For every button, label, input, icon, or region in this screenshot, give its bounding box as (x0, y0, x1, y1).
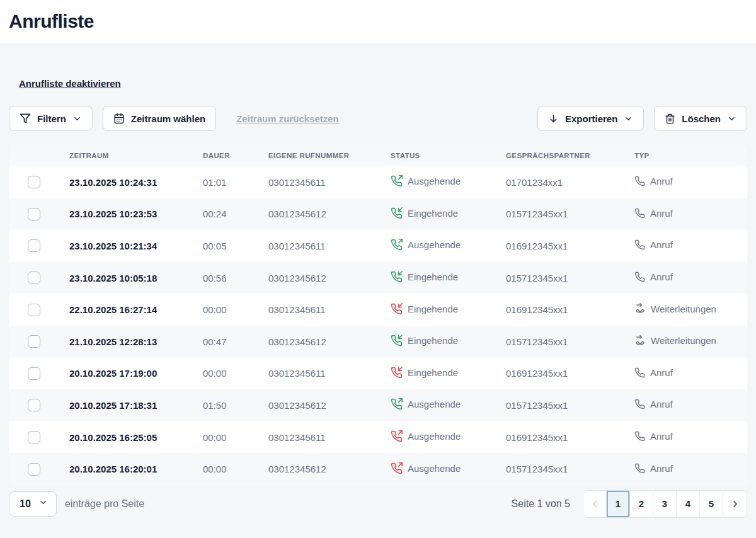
typ-label: Anruf (650, 272, 673, 282)
cell-eigene-rufnummer: 03012345611 (260, 421, 382, 454)
status-label: Eingehende (408, 335, 458, 346)
cell-zeitraum: 22.10.2025 16:27:14 (60, 294, 194, 326)
row-checkbox[interactable] (28, 399, 40, 411)
cell-status: Ausgehende (382, 453, 497, 485)
phone-outgoing-icon (391, 398, 403, 410)
row-checkbox[interactable] (28, 208, 40, 220)
cell-gespraechspartner: 016912345xx1 (497, 294, 626, 326)
typ-label: Anruf (650, 367, 673, 378)
typ-label: Anruf (650, 239, 673, 250)
phone-outgoing-icon (391, 175, 403, 187)
phone-incoming-icon (391, 367, 403, 379)
chevron-down-icon (38, 498, 48, 510)
next-page-button[interactable] (723, 491, 747, 517)
cell-eigene-rufnummer: 03012345612 (260, 262, 382, 294)
cell-gespraechspartner: 016912345xx1 (497, 358, 626, 390)
status-label: Ausgehende (408, 239, 461, 250)
trash-icon (665, 113, 675, 124)
table-row: 20.10.2025 17:19:0000:0003012345611Einge… (9, 358, 747, 390)
typ-label: Anruf (650, 399, 673, 409)
row-checkbox[interactable] (28, 304, 40, 316)
page-button-5[interactable]: 5 (700, 491, 723, 517)
chevron-right-icon (730, 499, 740, 509)
cell-dauer: 00:00 (194, 358, 260, 390)
page-size-select[interactable]: 10 (9, 491, 57, 517)
row-checkbox[interactable] (28, 335, 40, 348)
cell-zeitraum: 23.10.2025 10:21:34 (60, 230, 194, 262)
row-checkbox[interactable] (28, 176, 40, 188)
call-forward-icon (634, 335, 646, 346)
page-button-3[interactable]: 3 (653, 491, 677, 517)
delete-button[interactable]: Löschen (654, 106, 747, 131)
cell-typ: Weiterleitungen (626, 294, 747, 326)
phone-incoming-icon (391, 335, 403, 346)
row-checkbox[interactable] (28, 431, 40, 444)
table-header-row: ZEITRAUM DAUER EIGENE RUFNUMMER STATUS G… (9, 144, 747, 166)
cell-dauer: 00:00 (194, 453, 260, 485)
phone-incoming-icon (391, 303, 403, 315)
pagination: 12345 (583, 490, 747, 518)
row-checkbox[interactable] (28, 463, 40, 476)
cell-typ: Anruf (626, 262, 747, 294)
export-button-label: Exportieren (565, 113, 617, 124)
previous-page-button[interactable] (583, 491, 607, 517)
table-footer: 10 einträge pro Seite Seite 1 von 5 1234… (9, 490, 747, 518)
entries-per-page-label: einträge pro Seite (65, 498, 144, 510)
cell-eigene-rufnummer: 03012345612 (260, 389, 382, 421)
cell-typ: Anruf (626, 453, 747, 485)
cell-gespraechspartner: 015712345xx1 (497, 262, 626, 294)
column-header-typ: TYP (626, 144, 747, 166)
page-button-2[interactable]: 2 (630, 491, 653, 517)
status-label: Ausgehende (408, 463, 461, 474)
phone-icon (634, 463, 645, 474)
chevron-down-icon (624, 114, 633, 123)
page-button-1[interactable]: 1 (607, 491, 630, 517)
cell-zeitraum: 20.10.2025 17:18:31 (60, 389, 194, 421)
cell-dauer: 00:00 (194, 421, 260, 454)
phone-icon (634, 239, 645, 250)
status-label: Ausgehende (408, 431, 461, 442)
cell-dauer: 00:47 (194, 326, 260, 358)
page-button-4[interactable]: 4 (677, 491, 700, 517)
cell-typ: Anruf (626, 198, 747, 231)
funnel-icon (20, 113, 31, 124)
delete-button-label: Löschen (682, 113, 721, 124)
content-area: Anrufliste deaktivieren Filtern Zeitraum… (0, 43, 756, 538)
row-checkbox[interactable] (28, 367, 40, 380)
cell-status: Ausgehende (382, 389, 497, 421)
chevron-down-icon (72, 114, 82, 123)
cell-eigene-rufnummer: 03012345612 (260, 198, 382, 231)
deactivate-call-list-link[interactable]: Anrufliste deaktivieren (19, 78, 121, 89)
cell-dauer: 00:05 (194, 230, 260, 262)
cell-status: Ausgehende (382, 421, 497, 454)
phone-incoming-icon (391, 207, 403, 219)
page-size-value: 10 (20, 498, 31, 510)
arrow-down-icon (548, 113, 559, 124)
choose-period-button[interactable]: Zeitraum wählen (103, 106, 216, 131)
column-header-eigene-rufnummer: EIGENE RUFNUMMER (260, 144, 382, 166)
cell-gespraechspartner: 015712345xx1 (497, 389, 626, 421)
page-info: Seite 1 von 5 (512, 498, 570, 510)
phone-outgoing-icon (391, 462, 403, 474)
cell-eigene-rufnummer: 03012345611 (260, 358, 382, 390)
table-row: 22.10.2025 16:27:1400:0003012345611Einge… (9, 294, 747, 326)
cell-status: Ausgehende (382, 166, 497, 198)
table-row: 23.10.2025 10:23:5300:2403012345612Einge… (9, 198, 747, 231)
cell-typ: Weiterleitungen (626, 326, 747, 358)
cell-zeitraum: 23.10.2025 10:24:31 (60, 166, 194, 198)
export-button[interactable]: Exportieren (537, 106, 644, 131)
row-checkbox[interactable] (28, 239, 40, 252)
column-header-dauer: DAUER (194, 144, 260, 166)
status-label: Ausgehende (408, 176, 461, 186)
row-checkbox[interactable] (28, 272, 40, 284)
table-row: 23.10.2025 10:24:3101:0103012345611Ausge… (9, 166, 747, 198)
phone-outgoing-icon (391, 239, 403, 251)
filter-button-label: Filtern (37, 113, 66, 124)
phone-icon (634, 208, 645, 219)
table-row: 20.10.2025 16:25:0500:0003012345611Ausge… (9, 421, 747, 454)
cell-status: Eingehende (382, 358, 497, 390)
filter-button[interactable]: Filtern (9, 106, 93, 131)
status-label: Eingehende (408, 367, 458, 378)
table-row: 23.10.2025 10:05:1800:5603012345612Einge… (9, 262, 747, 294)
reset-period-link[interactable]: Zeitraum zurücksetzen (236, 113, 339, 124)
